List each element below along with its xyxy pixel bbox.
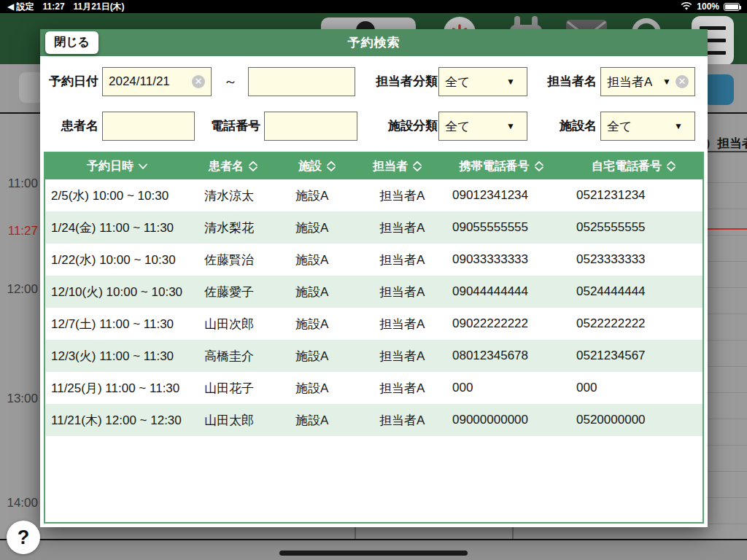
column-header-home[interactable]: 自宅電話番号 — [565, 153, 703, 179]
battery-icon — [724, 3, 740, 11]
cell-facility: 施設A — [277, 308, 357, 340]
facility-name-select[interactable]: 全て ▼ — [600, 112, 695, 141]
clear-date-icon[interactable]: ✕ — [192, 75, 205, 88]
time-label: 12:00 — [0, 282, 38, 297]
column-label: 施設 — [298, 159, 322, 174]
current-time-label: 11:27 — [0, 224, 38, 238]
column-label: 患者名 — [209, 159, 244, 174]
date-to-field[interactable] — [248, 67, 355, 96]
grid-line — [708, 445, 747, 446]
back-to-settings-link[interactable]: ◀ 設定 — [7, 1, 34, 13]
table-header-row: 予約日時 患者名 施設 担当者 携帯電話番号 — [45, 153, 703, 179]
results-table: 予約日時 患者名 施設 担当者 携帯電話番号 — [44, 152, 704, 524]
cell-home: 0521231234 — [565, 179, 703, 211]
column-header-staff[interactable]: 担当者 — [357, 153, 438, 179]
grid-line — [708, 419, 747, 419]
cell-patient: 清水涼太 — [190, 179, 277, 211]
dropdown-arrow-icon: ▼ — [662, 77, 671, 87]
cell-facility: 施設A — [277, 276, 357, 308]
sort-desc-icon — [138, 161, 148, 171]
grid-line — [708, 524, 747, 524]
table-row[interactable]: 12/10(火) 10:00 ~ 10:30 佐藤愛子 施設A 担当者A 090… — [45, 276, 703, 308]
facility-name-value: 全て — [607, 118, 632, 135]
staff-column-header-fragment: ）担当者 — [705, 135, 747, 152]
cell-mobile: 000 — [438, 372, 565, 404]
cell-mobile: 09022222222 — [438, 308, 565, 340]
cell-datetime: 1/24(金) 11:00 ~ 11:30 — [45, 211, 190, 244]
clear-staff-icon[interactable]: ✕ — [676, 75, 689, 88]
phone-label: 電話番号 — [202, 112, 260, 141]
column-header-mobile[interactable]: 携帯電話番号 — [438, 153, 565, 179]
grid-line — [708, 182, 747, 183]
cell-facility: 施設A — [277, 372, 357, 404]
column-header-patient[interactable]: 患者名 — [190, 153, 277, 179]
facility-name-label: 施設名 — [538, 112, 597, 141]
cell-home: 0521234567 — [565, 340, 703, 372]
facility-category-select[interactable]: 全て ▼ — [438, 112, 527, 141]
cell-mobile: 09033333333 — [438, 244, 565, 276]
table-row[interactable]: 11/21(木) 12:00 ~ 12:30 山田太郎 施設A 担当者A 090… — [45, 404, 703, 436]
column-label: 携帯電話番号 — [460, 159, 530, 174]
cell-mobile: 09000000000 — [438, 404, 565, 436]
column-divider — [355, 527, 356, 539]
table-row[interactable]: 1/22(水) 10:00 ~ 10:30 佐藤賢治 施設A 担当者A 0903… — [45, 244, 703, 276]
grid-line — [708, 209, 747, 209]
reservation-search-dialog: 予約検索 閉じる 予約日付 2024/11/21 ✕ ～ 担当者分類 全て ▼ … — [40, 29, 708, 527]
column-divider — [512, 527, 514, 539]
grid-line — [708, 471, 747, 472]
cell-mobile: 09055555555 — [438, 211, 565, 244]
table-row[interactable]: 12/3(火) 11:00 ~ 11:30 高橋圭介 施設A 担当者A 0801… — [45, 340, 703, 372]
help-button[interactable]: ? — [7, 521, 40, 554]
column-header-datetime[interactable]: 予約日時 — [45, 153, 190, 179]
grid-line — [708, 151, 747, 152]
staff-category-value: 全て — [445, 74, 470, 90]
cell-patient: 佐藤賢治 — [190, 244, 277, 276]
cell-datetime: 1/22(水) 10:00 ~ 10:30 — [45, 244, 190, 276]
cell-home: 0525555555 — [565, 211, 703, 244]
phone-field[interactable] — [264, 112, 357, 141]
cell-patient: 清水梨花 — [190, 211, 277, 244]
sort-both-icon — [412, 160, 422, 172]
cell-facility: 施設A — [277, 404, 357, 436]
close-button[interactable]: 閉じる — [45, 31, 98, 54]
sort-both-icon — [326, 160, 336, 172]
cell-facility: 施設A — [277, 179, 357, 211]
cell-datetime: 12/10(火) 10:00 ~ 10:30 — [45, 276, 190, 308]
cell-patient: 佐藤愛子 — [190, 276, 277, 308]
staff-name-select[interactable]: 担当者A ▼ ✕ — [600, 67, 695, 96]
cell-patient: 山田太郎 — [190, 404, 277, 436]
time-label: 14:00 — [0, 496, 38, 510]
table-row[interactable]: 2/5(水) 10:00 ~ 10:30 清水涼太 施設A 担当者A 09012… — [45, 179, 703, 211]
grid-line — [708, 392, 747, 393]
patient-field[interactable] — [102, 112, 195, 141]
cell-mobile: 09012341234 — [438, 179, 565, 211]
cell-staff: 担当者A — [357, 372, 438, 404]
table-row[interactable]: 1/24(金) 11:00 ~ 11:30 清水梨花 施設A 担当者A 0905… — [45, 211, 703, 244]
home-indicator[interactable] — [279, 551, 468, 556]
cell-home: 000 — [565, 372, 703, 404]
sort-both-icon — [666, 160, 676, 172]
column-label: 担当者 — [373, 159, 408, 174]
column-header-facility[interactable]: 施設 — [277, 153, 357, 179]
dialog-header: 予約検索 — [40, 29, 708, 56]
staff-name-value: 担当者A — [607, 74, 652, 90]
column-label: 予約日時 — [87, 159, 133, 174]
date-from-field[interactable]: 2024/11/21 ✕ — [102, 67, 212, 96]
grid-line — [708, 366, 747, 367]
grid-line — [708, 235, 747, 236]
wifi-icon — [681, 2, 692, 11]
table-row[interactable]: 11/25(月) 11:00 ~ 11:30 山田花子 施設A 担当者A 000… — [45, 372, 703, 404]
table-row[interactable]: 12/7(土) 11:00 ~ 11:30 山田次郎 施設A 担当者A 0902… — [45, 308, 703, 340]
grid-line — [708, 287, 747, 288]
dropdown-arrow-icon: ▼ — [506, 77, 521, 87]
cell-staff: 担当者A — [357, 211, 438, 244]
toolbar-blue-button[interactable] — [703, 74, 734, 105]
time-label: 13:00 — [0, 392, 38, 406]
staff-category-select[interactable]: 全て ▼ — [438, 67, 527, 96]
date-label: 予約日付 — [40, 67, 98, 96]
cell-staff: 担当者A — [357, 308, 438, 340]
cell-datetime: 11/25(月) 11:00 ~ 11:30 — [45, 372, 190, 404]
sort-both-icon — [248, 160, 258, 172]
staff-name-label: 担当者名 — [538, 67, 597, 96]
sort-both-icon — [534, 160, 544, 172]
